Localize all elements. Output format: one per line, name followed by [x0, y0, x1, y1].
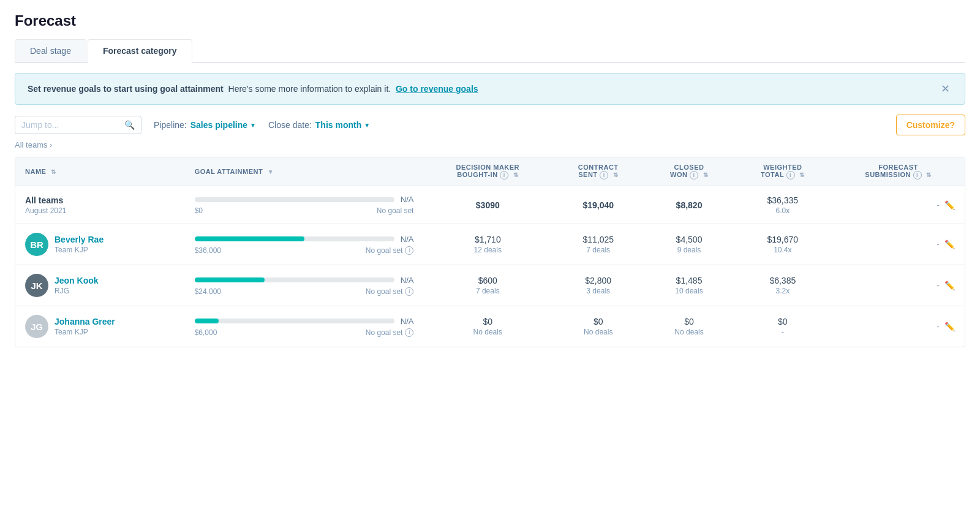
th-name[interactable]: NAME ⇅ — [15, 157, 185, 186]
contract-sort-icon: ⇅ — [613, 172, 619, 178]
decision-maker-amount: $1,710 — [433, 235, 542, 244]
pipeline-value[interactable]: Sales pipeline ▼ — [190, 120, 256, 130]
closed-won-info-icon[interactable]: i — [690, 171, 698, 179]
goal-bar-fill — [195, 277, 265, 282]
forecast-dash: - — [937, 281, 940, 290]
goal-amount: $36,000 — [195, 246, 221, 255]
table-row: JK Jeon Kook RJG — [15, 265, 965, 306]
forecast-edit-icon[interactable]: ✏️ — [944, 322, 955, 331]
goal-bar-fill — [195, 319, 219, 323]
goal-cell: N/A $6,000 No goal set i — [185, 306, 424, 347]
contract-sent-amount: $19,040 — [562, 200, 635, 210]
weighted-amount: $0 — [744, 317, 822, 326]
banner-link[interactable]: Go to revenue goals — [396, 84, 478, 94]
weighted-mult: 10.4x — [744, 246, 822, 254]
closed-won-sub: 9 deals — [654, 246, 723, 254]
forecast-dash: - — [937, 322, 940, 331]
th-decision-maker[interactable]: DECISION MAKERBOUGHT-IN i ⇅ — [423, 157, 552, 186]
forecast-cell: - ✏️ — [842, 200, 955, 210]
decision-maker-cell: $0 No deals — [423, 306, 552, 347]
goal-amount: $6,000 — [195, 328, 217, 337]
goal-no-set-info[interactable]: i — [405, 246, 413, 255]
forecast-dash: - — [937, 239, 940, 249]
th-forecast-submission[interactable]: FORECASTSUBMISSION i ⇅ — [832, 157, 965, 186]
forecast-edit-icon[interactable]: ✏️ — [944, 239, 955, 249]
closed-won-cell: $8,820 — [644, 186, 733, 224]
pipeline-caret: ▼ — [250, 122, 256, 129]
customize-button[interactable]: Customize? — [896, 115, 965, 135]
forecast-edit-icon[interactable]: ✏️ — [944, 281, 955, 290]
forecast-edit-icon[interactable]: ✏️ — [944, 200, 955, 210]
forecast-cell: - ✏️ — [842, 281, 955, 290]
banner-bold: Set revenue goals to start using goal at… — [28, 84, 224, 94]
tab-deal-stage[interactable]: Deal stage — [15, 39, 86, 62]
forecast-submission-cell: - ✏️ — [832, 306, 965, 347]
contract-sent-amount: $11,025 — [562, 235, 635, 244]
person-name[interactable]: Johanna Greer — [55, 317, 115, 326]
contract-sent-cell: $19,040 — [552, 186, 644, 224]
decision-maker-sub: No deals — [433, 328, 542, 336]
person-name[interactable]: Beverly Rae — [55, 235, 104, 244]
th-weighted-total[interactable]: WEIGHTEDTOTAL i ⇅ — [734, 157, 832, 186]
banner-close-button[interactable]: ✕ — [938, 82, 952, 96]
avatar: JG — [25, 315, 48, 338]
all-teams-name: All teams — [25, 195, 175, 205]
forecast-cell: - ✏️ — [842, 322, 955, 331]
forecast-submission-cell: - ✏️ — [832, 224, 965, 265]
person-team: Team KJP — [55, 328, 115, 336]
goal-bar-bg — [195, 277, 394, 282]
forecast-dash: - — [937, 200, 940, 210]
decision-maker-cell: $600 7 deals — [423, 265, 552, 306]
goal-na: N/A — [401, 276, 414, 285]
breadcrumb[interactable]: All teams › — [15, 140, 965, 149]
forecast-submission-cell: - ✏️ — [832, 265, 965, 306]
th-contract-sent[interactable]: CONTRACTSENT i ⇅ — [552, 157, 644, 186]
decision-maker-amount: $0 — [433, 317, 542, 326]
forecast-cell: - ✏️ — [842, 239, 955, 249]
weighted-mult: - — [744, 328, 822, 336]
contract-sent-sub: 3 deals — [562, 287, 635, 295]
th-goal-attainment[interactable]: GOAL ATTAINMENT ▼ — [185, 157, 424, 186]
contract-sent-cell: $0 No deals — [552, 306, 644, 347]
tab-forecast-category[interactable]: Forecast category — [88, 39, 192, 63]
search-input[interactable] — [21, 120, 119, 130]
contract-sent-cell: $2,800 3 deals — [552, 265, 644, 306]
closed-won-cell: $0 No deals — [644, 306, 733, 347]
goal-amount: $24,000 — [195, 287, 221, 296]
goal-bar-bg — [195, 319, 394, 323]
weighted-info-icon[interactable]: i — [786, 171, 795, 179]
filters-row: 🔍 Pipeline: Sales pipeline ▼ Close date:… — [15, 115, 965, 135]
closed-won-sub: 10 deals — [654, 287, 723, 295]
table-header: NAME ⇅ GOAL ATTAINMENT ▼ DECISION MAKERB… — [15, 157, 965, 186]
closed-won-amount: $0 — [654, 317, 723, 326]
page-title: Forecast — [15, 12, 965, 29]
forecast-submission-cell: - ✏️ — [832, 186, 965, 224]
weighted-total-cell: $6,385 3.2x — [734, 265, 832, 306]
decision-maker-info-icon[interactable]: i — [500, 171, 508, 179]
goal-no-set: No goal set i — [366, 246, 414, 255]
person-name[interactable]: Jeon Kook — [55, 276, 99, 285]
table-row: BR Beverly Rae Team KJP — [15, 224, 965, 265]
weighted-total-cell: $0 - — [734, 306, 832, 347]
contract-sent-sub: No deals — [562, 328, 635, 336]
contract-sent-amount: $0 — [562, 317, 635, 326]
closed-won-sub: No deals — [654, 328, 723, 336]
page-container: Forecast Deal stage Forecast category Se… — [0, 0, 980, 360]
forecast-info-icon[interactable]: i — [913, 171, 922, 179]
person-cell: JG Johanna Greer Team KJP — [25, 315, 175, 338]
closed-won-amount: $8,820 — [654, 200, 723, 210]
close-date-value[interactable]: This month ▼ — [315, 120, 370, 130]
th-closed-won[interactable]: CLOSEDWON i ⇅ — [644, 157, 733, 186]
avatar: JK — [25, 274, 48, 297]
name-sort-icon: ⇅ — [51, 168, 56, 175]
goal-no-set-info[interactable]: i — [405, 328, 413, 337]
goal-no-set-info[interactable]: i — [405, 287, 413, 296]
decision-maker-amount: $600 — [433, 276, 542, 285]
banner: Set revenue goals to start using goal at… — [15, 73, 965, 105]
closed-won-cell: $1,485 10 deals — [644, 265, 733, 306]
contract-info-icon[interactable]: i — [600, 171, 608, 179]
table-container: NAME ⇅ GOAL ATTAINMENT ▼ DECISION MAKERB… — [15, 157, 965, 347]
table-row: All teams August 2021 N/A — [15, 186, 965, 224]
search-box[interactable]: 🔍 — [15, 116, 141, 134]
weighted-total-cell: $19,670 10.4x — [734, 224, 832, 265]
